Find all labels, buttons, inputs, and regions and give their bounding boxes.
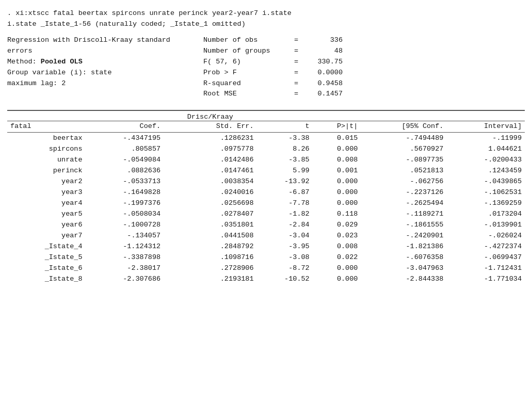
col-ci-hi-top	[446, 111, 525, 121]
cell-p: 0.000	[313, 273, 361, 284]
cell-coef: -.4347195	[86, 133, 164, 144]
cell-p: 0.022	[313, 252, 361, 263]
cell-se: .0038354	[164, 176, 256, 187]
table-row: year2 -.0533713 .0038354 -13.92 0.000 -.…	[7, 176, 525, 187]
cell-t: -3.08	[257, 252, 313, 263]
stat-row-1: Number of groups=48	[203, 46, 420, 57]
command-line: . xi:xtscc fatal beertax spircons unrate…	[7, 8, 525, 19]
group-variable-line: Group variable (i): state	[7, 68, 198, 78]
cell-p: 0.029	[313, 219, 361, 230]
cell-p: 0.001	[313, 165, 361, 176]
stat-label-1: Number of groups	[203, 46, 291, 57]
cell-coef: -.0549084	[86, 154, 164, 165]
table-row: _Istate_6 -2.38017 .2728906 -8.72 0.000 …	[7, 263, 525, 273]
stat-val-5: 0.1457	[301, 89, 343, 100]
cell-ci-lo: -.1861555	[361, 219, 446, 230]
cell-var: year2	[7, 176, 86, 187]
table-row: perinck .0882636 .0147461 5.99 0.001 .05…	[7, 165, 525, 176]
cell-var: perinck	[7, 165, 86, 176]
stat-label-2: F( 57, 6)	[203, 57, 291, 68]
table-body: beertax -.4347195 .1286231 -3.38 0.015 -…	[7, 133, 525, 285]
stat-label-5: Root MSE	[203, 89, 291, 100]
header-block: . xi:xtscc fatal beertax spircons unrate…	[7, 5, 525, 105]
stat-eq-4: =	[291, 78, 301, 89]
cell-coef: -2.307686	[86, 273, 164, 284]
cell-ci-lo: .0521813	[361, 165, 446, 176]
cell-var: _Istate_5	[7, 252, 86, 263]
table-row: _Istate_4 -1.124312 .2848792 -3.95 0.008…	[7, 241, 525, 252]
cell-coef: -.1649828	[86, 187, 164, 198]
method-value: Pooled OLS	[41, 58, 83, 66]
cell-ci-lo: -.1189271	[361, 208, 446, 219]
stat-row-4: R-squared=0.9458	[203, 78, 420, 89]
cell-ci-lo: -2.844338	[361, 273, 446, 284]
cell-var: year5	[7, 208, 86, 219]
col-t-top	[257, 111, 313, 121]
col-t-header: t	[257, 121, 313, 133]
cell-p: 0.023	[313, 230, 361, 241]
cell-se: .0441508	[164, 230, 256, 241]
cell-se: .2193181	[164, 273, 256, 284]
cell-var: year7	[7, 230, 86, 241]
col-drisc-kraay-label: Drisc/Kraay	[164, 111, 256, 121]
cell-p: 0.000	[313, 263, 361, 273]
cell-p: 0.000	[313, 187, 361, 198]
col-p-header: P>|t|	[313, 121, 361, 133]
cell-p: 0.000	[313, 143, 361, 154]
cell-t: -10.52	[257, 273, 313, 284]
col-var-header: fatal	[7, 121, 86, 133]
col-se-header: Std. Err.	[164, 121, 256, 133]
col-var-top	[7, 111, 86, 121]
cell-se: .2728906	[164, 263, 256, 273]
col-ci-lo-header: [95% Conf.	[361, 121, 446, 133]
cell-var: year4	[7, 198, 86, 208]
results-table: Drisc/Kraay fatal Coef. Std. Err. t P>|t…	[7, 111, 525, 284]
cell-t: -3.04	[257, 230, 313, 241]
cell-t: 5.99	[257, 165, 313, 176]
cell-se: .0975778	[164, 143, 256, 154]
cell-ci-lo: -.2237126	[361, 187, 446, 198]
cell-se: .2848792	[164, 241, 256, 252]
col-p-top	[313, 111, 361, 121]
cell-t: -3.38	[257, 133, 313, 144]
col-ci-hi-header: Interval]	[446, 121, 525, 133]
col-coef-top	[86, 111, 164, 121]
table-row: spircons .805857 .0975778 8.26 0.000 .56…	[7, 143, 525, 154]
cell-ci-hi: -.026024	[446, 230, 525, 241]
table-row: _Istate_8 -2.307686 .2193181 -10.52 0.00…	[7, 273, 525, 284]
stat-eq-0: =	[291, 35, 301, 46]
cell-ci-hi: -.11999	[446, 133, 525, 144]
cell-se: .1286231	[164, 133, 256, 144]
table-row: year5 -.0508034 .0278407 -1.82 0.118 -.1…	[7, 208, 525, 219]
cell-ci-hi: -.0200433	[446, 154, 525, 165]
cell-se: .0147461	[164, 165, 256, 176]
stat-eq-5: =	[291, 89, 301, 100]
table-row: year7 -.134057 .0441508 -3.04 0.023 -.24…	[7, 230, 525, 241]
cell-t: -1.82	[257, 208, 313, 219]
cell-ci-lo: -.2420901	[361, 230, 446, 241]
cell-ci-hi: 1.044621	[446, 143, 525, 154]
cell-coef: -.134057	[86, 230, 164, 241]
cell-var: beertax	[7, 133, 86, 144]
cell-ci-hi: -.1062531	[446, 187, 525, 198]
cell-coef: -1.124312	[86, 241, 164, 252]
table-header-top: Drisc/Kraay	[7, 111, 525, 121]
regression-line1: Regression with Driscoll-Kraay standard …	[7, 35, 198, 57]
results-table-wrapper: Drisc/Kraay fatal Coef. Std. Err. t P>|t…	[7, 110, 525, 284]
cell-p: 0.008	[313, 241, 361, 252]
cell-var: year6	[7, 219, 86, 230]
cell-ci-hi: -.0439865	[446, 176, 525, 187]
cell-ci-hi: -.1369259	[446, 198, 525, 208]
max-lag-line: maximum lag: 2	[7, 78, 198, 89]
cell-ci-hi: -1.712431	[446, 263, 525, 273]
cell-coef: -.1000728	[86, 219, 164, 230]
cell-var: _Istate_4	[7, 241, 86, 252]
cell-se: .0256698	[164, 198, 256, 208]
cell-ci-lo: -1.821386	[361, 241, 446, 252]
cell-ci-lo: -.0897735	[361, 154, 446, 165]
stat-val-0: 336	[301, 35, 343, 46]
method-line: Method: Pooled OLS	[7, 57, 198, 68]
table-row: beertax -.4347195 .1286231 -3.38 0.015 -…	[7, 133, 525, 144]
cell-coef: -.0508034	[86, 208, 164, 219]
cell-ci-hi: -1.771034	[446, 273, 525, 284]
